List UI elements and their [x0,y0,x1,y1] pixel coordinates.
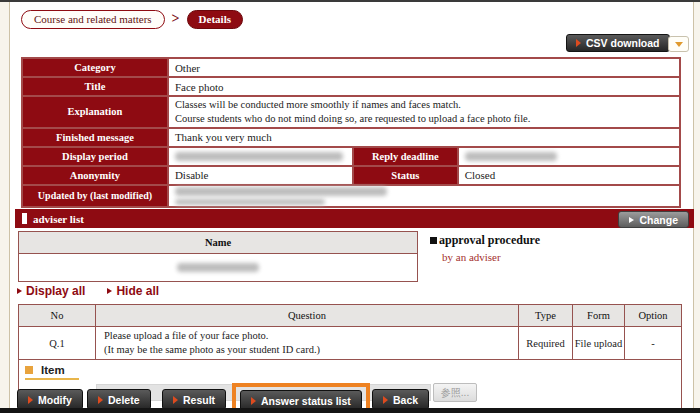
table-row-anonymity-status: Anonymity Disable Status Closed [23,167,679,184]
arrow-right-icon [383,396,388,404]
adviser-name-redacted [19,254,418,282]
status-label: Status [354,167,457,184]
display-all-link[interactable]: Display all [17,284,85,298]
reply-deadline-label: Reply deadline [354,148,457,165]
expand-collapse-links: Display all Hide all [17,284,181,298]
finished-message-value: Thank you very much [169,129,679,146]
table-row-updated-by: Updated by (last modified) [23,186,679,206]
updated-by-value-redacted [169,186,679,206]
explanation-label: Explanation [23,97,167,127]
change-button[interactable]: Change [618,211,689,228]
question-option: - [625,327,682,360]
option-column-header: Option [625,305,682,327]
breadcrumb-chevron-icon: > [172,11,180,27]
survey-details-page: Course and related matters > Details CSV… [0,0,700,413]
breadcrumb-course-link[interactable]: Course and related matters [21,10,165,29]
csv-download-button[interactable]: CSV download [566,34,670,52]
table-row-explanation: Explanation Classes will be conducted mo… [23,97,679,127]
answer-status-list-label: Answer status list [261,395,351,407]
scroll-down-button[interactable] [668,36,689,52]
question-column-header: Question [96,305,519,327]
name-column-header: Name [19,232,418,254]
question-number: Q.1 [19,327,96,360]
result-button[interactable]: Result [162,389,226,410]
change-label: Change [639,214,678,226]
no-column-header: No [19,305,96,327]
left-margin [0,0,9,413]
adviser-name-table: Name [18,231,418,282]
breadcrumb: Course and related matters > Details [21,9,243,29]
arrow-right-icon [28,396,33,404]
hide-all-label: Hide all [116,284,159,298]
table-row-finished-message: Finished message Thank you very much [23,129,679,146]
table-row-period-deadline: Display period Reply deadline [23,148,679,165]
back-button[interactable]: Back [372,389,429,410]
category-value: Other [169,59,679,76]
title-value: Face photo [169,78,679,95]
delete-label: Delete [108,394,140,406]
hide-all-link[interactable]: Hide all [107,284,159,298]
form-column-header: Form [573,305,625,327]
chevron-down-icon [675,42,683,47]
bullet-square-icon [430,237,437,244]
approval-by-adviser-text: by an adviser [442,251,540,263]
left-border-line [9,0,10,413]
delete-button[interactable]: Delete [87,389,151,410]
browse-button[interactable]: 参照... [433,383,477,402]
display-period-label: Display period [23,148,167,165]
arrow-right-icon [576,39,581,47]
right-border-line [693,0,694,413]
arrow-right-icon [98,396,103,404]
status-value: Closed [459,167,679,184]
anonymity-value: Disable [169,167,352,184]
table-row-title: Title Face photo [23,78,679,95]
survey-details-table: Category Other Title Face photo Explanat… [21,57,681,208]
arrow-right-icon [629,217,634,223]
bottom-edge [0,408,700,413]
display-period-value-redacted [169,148,352,165]
breadcrumb-details-current: Details [187,10,243,29]
back-label: Back [393,394,418,406]
arrow-right-icon [107,288,112,294]
item-bullet-icon [25,366,33,374]
top-edge [0,0,700,2]
question-form: File upload [573,327,625,360]
approval-procedure-heading: approval procedure [439,233,540,248]
adviser-list-section-bar: adviser list Change [15,209,694,228]
section-marker-icon [22,213,27,224]
display-all-label: Display all [26,284,85,298]
reply-deadline-value-redacted [459,148,679,165]
table-row-adviser [19,254,418,282]
table-row-category: Category Other [23,59,679,76]
table-header-row: Name [19,232,418,254]
modify-label: Modify [38,394,72,406]
item-label: Item [41,364,65,376]
finished-message-label: Finished message [23,129,167,146]
approval-procedure-block: approval procedure by an adviser [430,233,540,263]
title-label: Title [23,78,167,95]
arrow-right-icon [251,397,256,405]
category-label: Category [23,59,167,76]
anonymity-label: Anonymity [23,167,167,184]
arrow-right-icon [17,288,22,294]
question-text: Please upload a file of your face photo.… [96,327,519,360]
right-margin [694,0,700,413]
csv-download-label: CSV download [586,37,660,49]
adviser-list-heading: adviser list [33,213,84,225]
question-type: Required [519,327,573,360]
arrow-right-icon [173,396,178,404]
result-label: Result [183,394,215,406]
table-row-question-1: Q.1 Please upload a file of your face ph… [19,327,682,360]
explanation-value: Classes will be conducted more smoothly … [169,97,679,127]
type-column-header: Type [519,305,573,327]
item-section-header: Item [25,364,79,380]
question-table-header-row: No Question Type Form Option [19,305,682,327]
modify-button[interactable]: Modify [17,389,83,410]
updated-by-label: Updated by (last modified) [23,186,167,206]
